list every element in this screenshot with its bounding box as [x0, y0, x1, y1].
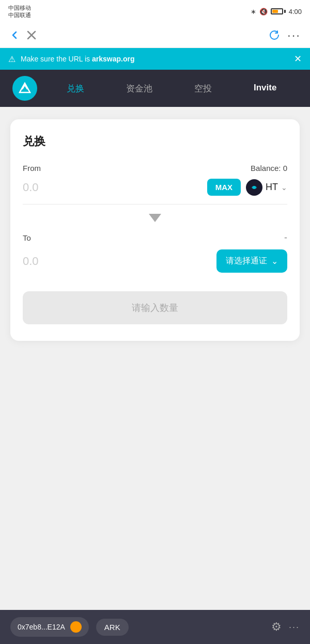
balance-text: Balance: 0 [251, 164, 287, 172]
to-input-row: 0.0 请选择通证 ⌄ [23, 249, 287, 285]
from-amount-input[interactable] [23, 181, 202, 194]
select-token-chevron: ⌄ [271, 256, 278, 266]
bottom-bar: 0x7eb8...E12A ARK ⚙ ··· [0, 610, 310, 644]
wallet-address-text: 0x7eb8...E12A [18, 623, 65, 631]
nav-items: 兑换 资金池 空投 Invite [45, 81, 298, 97]
bluetooth-icon: ∗ [251, 8, 256, 15]
max-button[interactable]: MAX [207, 179, 241, 196]
ark-label: ARK [104, 623, 120, 632]
from-input-row: MAX HT ⌄ [23, 179, 287, 205]
gear-icon[interactable]: ⚙ [271, 620, 282, 634]
back-button[interactable] [9, 30, 20, 40]
submit-button[interactable]: 请输入数量 [23, 291, 287, 324]
close-button[interactable] [27, 30, 36, 40]
wallet-avatar [70, 621, 82, 633]
swap-card: 兑换 From Balance: 0 MAX HT ⌄ [10, 119, 300, 341]
nav-item-exchange[interactable]: 兑换 [63, 81, 88, 97]
to-label: To [23, 233, 31, 242]
time: 4:00 [289, 8, 302, 15]
wallet-address-badge[interactable]: 0x7eb8...E12A [10, 617, 89, 637]
carrier2: 中国联通 [8, 11, 31, 19]
swap-direction-arrow[interactable] [149, 214, 161, 222]
nav-item-airdrop[interactable]: 空投 [190, 81, 216, 97]
to-section: To - 0.0 请选择通证 ⌄ [23, 232, 287, 285]
svg-point-1 [253, 186, 256, 189]
main-content: 兑换 From Balance: 0 MAX HT ⌄ [0, 107, 310, 494]
url-warning-banner: ⚠ Make sure the URL is arkswap.org ✕ [0, 48, 310, 70]
status-right: ∗ 🔇 4:00 [251, 8, 302, 15]
select-token-button[interactable]: 请选择通证 ⌄ [216, 249, 287, 273]
nav-item-invite[interactable]: Invite [250, 81, 281, 97]
to-amount-display: 0.0 [23, 255, 211, 268]
battery-icon [271, 8, 286, 14]
mute-icon: 🔇 [259, 8, 268, 15]
url-banner-text: Make sure the URL is arkswap.org [21, 55, 289, 63]
browser-bar: ··· [0, 23, 310, 48]
ht-token-selector[interactable]: HT ⌄ [246, 179, 287, 196]
refresh-button[interactable] [269, 29, 280, 41]
ht-token-icon [246, 179, 262, 196]
carrier-info: 中国移动 中国联通 [8, 4, 31, 19]
to-section-header: To - [23, 232, 287, 243]
more-options-icon[interactable]: ··· [289, 622, 300, 633]
carrier1: 中国移动 [8, 4, 31, 11]
nav-bar: 兑换 资金池 空投 Invite [0, 70, 310, 107]
ark-badge[interactable]: ARK [96, 619, 129, 636]
swap-direction-row [23, 205, 287, 230]
from-section-header: From Balance: 0 [23, 164, 287, 172]
app-logo[interactable] [12, 76, 37, 101]
ht-token-name: HT [266, 182, 278, 193]
nav-item-pool[interactable]: 资金池 [122, 81, 157, 97]
url-banner-close[interactable]: ✕ [294, 53, 302, 65]
more-button[interactable]: ··· [287, 28, 301, 42]
warning-icon: ⚠ [8, 54, 16, 64]
from-label: From [23, 164, 41, 172]
to-dash: - [284, 232, 287, 243]
status-bar: 中国移动 中国联通 ∗ 🔇 4:00 [0, 0, 310, 23]
url-highlight: arkswap.org [92, 55, 134, 63]
ht-chevron-icon: ⌄ [281, 183, 287, 192]
swap-title: 兑换 [23, 134, 287, 149]
select-token-label: 请选择通证 [226, 256, 267, 266]
